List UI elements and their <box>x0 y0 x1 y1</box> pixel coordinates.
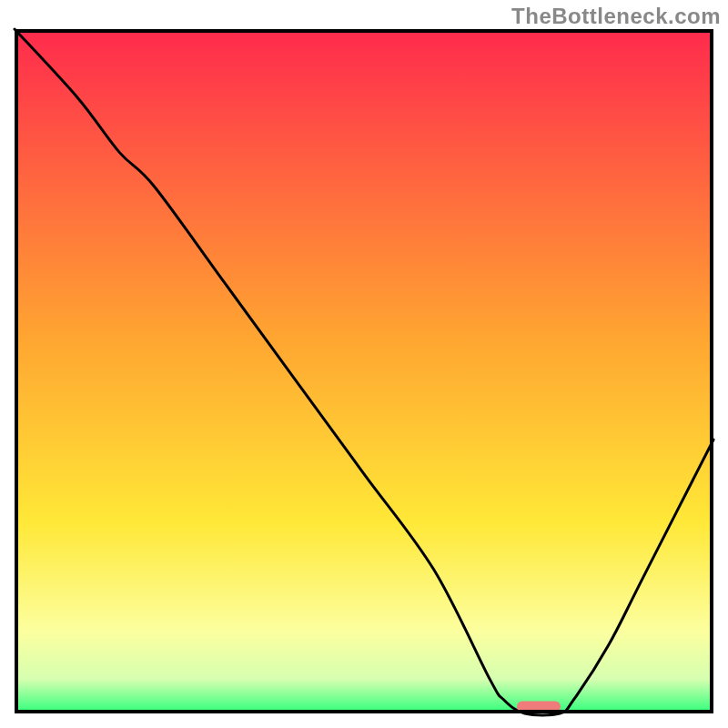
target-marker <box>517 701 561 712</box>
chart-container: TheBottleneck.com <box>0 0 728 728</box>
watermark-label: TheBottleneck.com <box>511 4 721 29</box>
gradient-background <box>15 29 713 713</box>
bottleneck-chart <box>0 0 728 728</box>
